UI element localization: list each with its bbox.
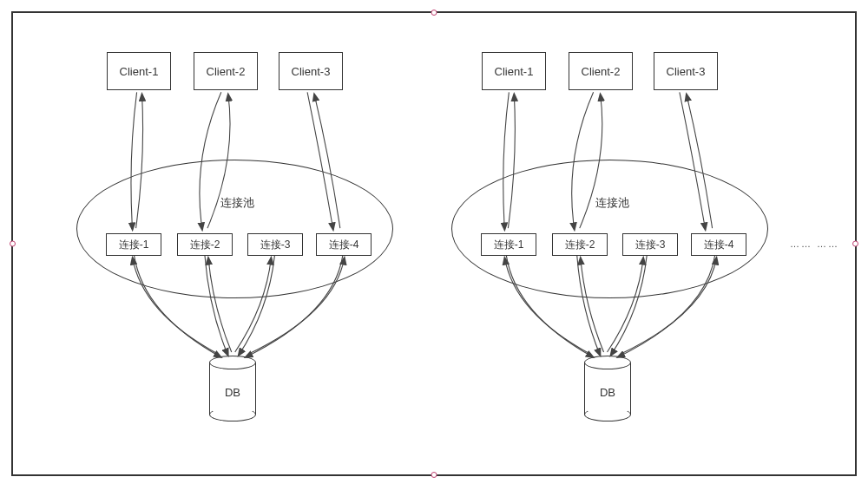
client-box: Client-3 bbox=[654, 52, 718, 90]
db-label: DB bbox=[225, 386, 240, 399]
client-label: Client-1 bbox=[120, 65, 159, 78]
outer-frame: 连接池 连接池 Client-1 Client-2 Client-3 连接-1 … bbox=[11, 11, 857, 476]
client-label: Client-3 bbox=[292, 65, 331, 78]
frame-handle-bottom bbox=[431, 472, 437, 478]
db-cylinder-left: DB bbox=[209, 356, 256, 421]
client-label: Client-3 bbox=[667, 65, 706, 78]
connection-box: 连接-3 bbox=[247, 233, 303, 256]
connection-label: 连接-3 bbox=[635, 238, 666, 252]
connection-box: 连接-2 bbox=[552, 233, 608, 256]
pool-label-right: 连接池 bbox=[595, 195, 629, 211]
client-label: Client-2 bbox=[582, 65, 621, 78]
frame-handle-right bbox=[852, 241, 858, 247]
client-box: Client-2 bbox=[569, 52, 633, 90]
connection-box: 连接-3 bbox=[622, 233, 678, 256]
client-box: Client-3 bbox=[279, 52, 343, 90]
connection-box: 连接-2 bbox=[177, 233, 233, 256]
diagram-canvas: 连接池 连接池 Client-1 Client-2 Client-3 连接-1 … bbox=[0, 0, 868, 490]
connection-label: 连接-2 bbox=[190, 238, 220, 252]
frame-handle-left bbox=[10, 241, 16, 247]
db-label: DB bbox=[600, 386, 615, 399]
connection-box: 连接-4 bbox=[316, 233, 372, 256]
connection-box: 连接-1 bbox=[106, 233, 161, 256]
connection-label: 连接-3 bbox=[260, 238, 291, 252]
connection-label: 连接-2 bbox=[565, 238, 595, 252]
client-box: Client-1 bbox=[107, 52, 171, 90]
connection-box: 连接-4 bbox=[691, 233, 746, 256]
client-label: Client-2 bbox=[207, 65, 246, 78]
connection-label: 连接-1 bbox=[119, 238, 149, 252]
connection-label: 连接-1 bbox=[494, 238, 524, 252]
frame-handle-top bbox=[431, 10, 437, 16]
connection-label: 连接-4 bbox=[704, 238, 734, 252]
db-cylinder-right: DB bbox=[584, 356, 631, 421]
client-box: Client-2 bbox=[194, 52, 258, 90]
client-label: Client-1 bbox=[495, 65, 534, 78]
client-box: Client-1 bbox=[482, 52, 546, 90]
ellipsis-text: …… …… bbox=[790, 238, 839, 249]
pool-ellipse-left bbox=[76, 160, 393, 298]
connection-box: 连接-1 bbox=[481, 233, 536, 256]
pool-ellipse-right bbox=[451, 160, 768, 298]
pool-label-left: 连接池 bbox=[220, 195, 254, 211]
connection-label: 连接-4 bbox=[329, 238, 359, 252]
